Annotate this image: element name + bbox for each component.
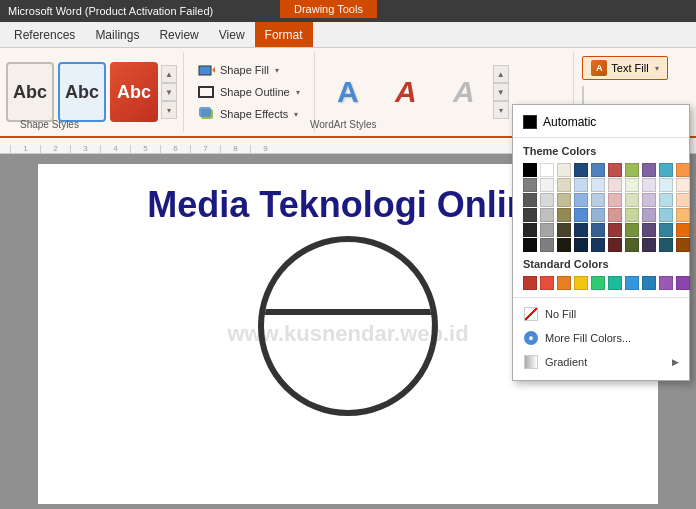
automatic-swatch[interactable] [523, 115, 537, 129]
theme-color-swatch[interactable] [574, 238, 588, 252]
theme-color-swatch[interactable] [557, 223, 571, 237]
theme-color-swatch[interactable] [676, 163, 690, 177]
shape-outline-dropdown[interactable]: ▾ [296, 88, 300, 97]
theme-color-swatch[interactable] [642, 208, 656, 222]
theme-color-swatch[interactable] [625, 238, 639, 252]
theme-color-swatch[interactable] [557, 193, 571, 207]
theme-color-swatch[interactable] [591, 238, 605, 252]
theme-color-swatch[interactable] [642, 193, 656, 207]
theme-color-swatch[interactable] [574, 163, 588, 177]
shape-fill-btn[interactable]: Shape Fill ▾ [192, 60, 306, 80]
theme-color-swatch[interactable] [608, 238, 622, 252]
menu-references[interactable]: References [4, 22, 85, 47]
svg-rect-0 [199, 66, 211, 75]
text-fill-dropdown-arrow[interactable]: ▾ [655, 64, 659, 73]
theme-color-swatch[interactable] [625, 178, 639, 192]
wordart-item-2[interactable]: A [381, 65, 431, 120]
theme-color-swatch[interactable] [591, 193, 605, 207]
theme-color-swatch[interactable] [608, 223, 622, 237]
text-fill-btn[interactable]: A Text Fill ▾ [582, 56, 667, 80]
theme-color-swatch[interactable] [540, 193, 554, 207]
standard-color-swatch[interactable] [608, 276, 622, 290]
scroll-down-arrow[interactable]: ▼ [161, 83, 177, 101]
standard-color-swatch[interactable] [642, 276, 656, 290]
standard-color-swatch[interactable] [574, 276, 588, 290]
wordart-item-3[interactable]: A [439, 65, 489, 120]
menu-view[interactable]: View [209, 22, 255, 47]
theme-color-swatch[interactable] [659, 208, 673, 222]
theme-color-swatch[interactable] [642, 223, 656, 237]
no-fill-item[interactable]: No Fill [513, 302, 689, 326]
theme-color-swatch[interactable] [591, 223, 605, 237]
gradient-item[interactable]: Gradient ▶ [513, 350, 689, 374]
theme-color-swatch[interactable] [676, 208, 690, 222]
theme-color-swatch[interactable] [608, 208, 622, 222]
theme-color-swatch[interactable] [523, 208, 537, 222]
wordart-item-1[interactable]: A [323, 65, 373, 120]
theme-color-swatch[interactable] [642, 178, 656, 192]
theme-color-swatch[interactable] [676, 223, 690, 237]
theme-color-swatch[interactable] [659, 178, 673, 192]
shape-effects-dropdown[interactable]: ▾ [294, 110, 298, 119]
menu-format[interactable]: Format [255, 22, 313, 47]
theme-color-swatch[interactable] [574, 223, 588, 237]
theme-color-swatch[interactable] [523, 163, 537, 177]
standard-color-swatch[interactable] [659, 276, 673, 290]
theme-color-swatch[interactable] [591, 208, 605, 222]
theme-color-swatch[interactable] [540, 238, 554, 252]
theme-color-swatch[interactable] [625, 163, 639, 177]
shape-fill-dropdown[interactable]: ▾ [275, 66, 279, 75]
menu-review[interactable]: Review [149, 22, 208, 47]
theme-color-swatch[interactable] [608, 193, 622, 207]
shape-btn-2[interactable]: Abc [58, 62, 106, 122]
theme-color-swatch[interactable] [659, 163, 673, 177]
wordart-scroll-up[interactable]: ▲ [493, 65, 509, 83]
theme-color-swatch[interactable] [642, 238, 656, 252]
theme-color-swatch[interactable] [659, 193, 673, 207]
standard-color-swatch[interactable] [523, 276, 537, 290]
theme-color-swatch[interactable] [523, 223, 537, 237]
standard-color-swatch[interactable] [557, 276, 571, 290]
theme-color-swatch[interactable] [608, 178, 622, 192]
theme-color-swatch[interactable] [608, 163, 622, 177]
shape-effects-btn[interactable]: Shape Effects ▾ [192, 104, 306, 124]
shape-btn-1[interactable]: Abc [6, 62, 54, 122]
theme-color-swatch[interactable] [659, 223, 673, 237]
theme-color-swatch[interactable] [625, 193, 639, 207]
wordart-scroll-down[interactable]: ▼ [493, 83, 509, 101]
theme-color-swatch[interactable] [557, 178, 571, 192]
wordart-scroll-expand[interactable]: ▾ [493, 101, 509, 119]
more-fill-colors-item[interactable]: ● More Fill Colors... [513, 326, 689, 350]
scroll-up-arrow[interactable]: ▲ [161, 65, 177, 83]
theme-color-swatch[interactable] [625, 208, 639, 222]
scroll-expand-arrow[interactable]: ▾ [161, 101, 177, 119]
standard-color-swatch[interactable] [540, 276, 554, 290]
menu-mailings[interactable]: Mailings [85, 22, 149, 47]
theme-color-swatch[interactable] [523, 193, 537, 207]
shape-btn-3[interactable]: Abc [110, 62, 158, 122]
theme-color-swatch[interactable] [591, 163, 605, 177]
theme-color-swatch[interactable] [676, 178, 690, 192]
theme-color-swatch[interactable] [591, 178, 605, 192]
theme-color-swatch[interactable] [523, 178, 537, 192]
theme-color-swatch[interactable] [557, 208, 571, 222]
theme-color-swatch[interactable] [574, 178, 588, 192]
theme-color-swatch[interactable] [540, 178, 554, 192]
theme-color-swatch[interactable] [676, 193, 690, 207]
shape-outline-btn[interactable]: Shape Outline ▾ [192, 82, 306, 102]
theme-color-swatch[interactable] [557, 238, 571, 252]
theme-color-swatch[interactable] [574, 208, 588, 222]
standard-color-swatch[interactable] [625, 276, 639, 290]
theme-color-swatch[interactable] [523, 238, 537, 252]
theme-color-swatch[interactable] [642, 163, 656, 177]
theme-color-swatch[interactable] [625, 223, 639, 237]
theme-color-swatch[interactable] [540, 208, 554, 222]
standard-color-swatch[interactable] [591, 276, 605, 290]
theme-color-swatch[interactable] [557, 163, 571, 177]
theme-color-swatch[interactable] [574, 193, 588, 207]
theme-color-swatch[interactable] [540, 163, 554, 177]
theme-color-swatch[interactable] [540, 223, 554, 237]
theme-color-swatch[interactable] [676, 238, 690, 252]
standard-color-swatch[interactable] [676, 276, 690, 290]
theme-color-swatch[interactable] [659, 238, 673, 252]
